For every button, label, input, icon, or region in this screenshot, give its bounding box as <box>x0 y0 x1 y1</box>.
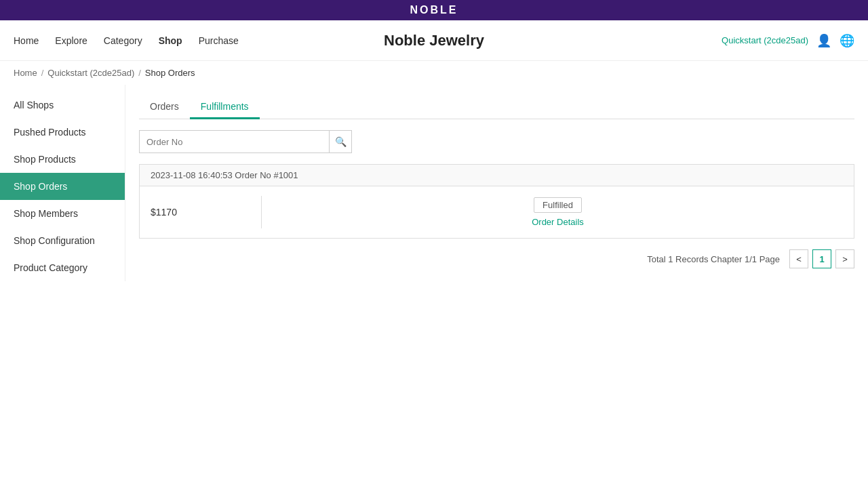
globe-icon[interactable]: 🌐 <box>840 33 854 48</box>
order-details-link[interactable]: Order Details <box>532 217 584 227</box>
order-header: 2023-11-08 16:40:53 Order No #1001 <box>140 165 854 186</box>
sidebar-item-shop-configuration[interactable]: Shop Configuration <box>0 227 125 254</box>
nav-purchase[interactable]: Purchase <box>199 35 239 46</box>
main-content: Orders Fulfillments 🔍 2023-11-08 16:40:5… <box>125 85 868 281</box>
page-title: Noble Jewelry <box>384 32 484 49</box>
sidebar-item-shop-products[interactable]: Shop Products <box>0 146 125 173</box>
nav-links: Home Explore Category Shop Purchase <box>14 35 239 46</box>
breadcrumb-current: Shop Orders <box>145 68 195 78</box>
search-input[interactable] <box>139 130 329 153</box>
user-icon[interactable]: 👤 <box>816 33 831 48</box>
pagination-next[interactable]: > <box>835 249 854 268</box>
breadcrumb-sep-1: / <box>41 68 44 78</box>
pagination-prev[interactable]: < <box>789 249 808 268</box>
tab-fulfillments[interactable]: Fulfillments <box>190 96 260 119</box>
nav-right: Quickstart (2cde25ad) 👤 🌐 <box>722 33 854 48</box>
search-row: 🔍 <box>139 130 854 153</box>
sidebar: All Shops Pushed Products Shop Products … <box>0 85 125 281</box>
order-card: 2023-11-08 16:40:53 Order No #1001 $1170… <box>139 164 854 239</box>
tabs: Orders Fulfillments <box>139 96 854 119</box>
breadcrumb: Home / Quickstart (2cde25ad) / Shop Orde… <box>0 61 868 85</box>
order-amount: $1170 <box>140 196 262 228</box>
order-status-area: Fulfilled Order Details <box>262 186 854 238</box>
quickstart-link[interactable]: Quickstart (2cde25ad) <box>722 35 808 45</box>
sidebar-item-shop-orders[interactable]: Shop Orders <box>0 173 125 200</box>
order-body: $1170 Fulfilled Order Details <box>140 186 854 238</box>
breadcrumb-quickstart[interactable]: Quickstart (2cde25ad) <box>47 68 134 78</box>
sidebar-item-shop-members[interactable]: Shop Members <box>0 200 125 227</box>
nav-bar: Home Explore Category Shop Purchase Nobl… <box>0 20 868 61</box>
search-button[interactable]: 🔍 <box>329 130 352 153</box>
sidebar-item-pushed-products[interactable]: Pushed Products <box>0 119 125 146</box>
tab-orders[interactable]: Orders <box>139 96 190 119</box>
sidebar-item-all-shops[interactable]: All Shops <box>0 92 125 119</box>
top-bar: NOBLE <box>0 0 868 20</box>
nav-category[interactable]: Category <box>104 35 142 46</box>
sidebar-item-product-category[interactable]: Product Category <box>0 254 125 281</box>
pagination-current[interactable]: 1 <box>812 249 831 268</box>
breadcrumb-home[interactable]: Home <box>14 68 37 78</box>
breadcrumb-sep-2: / <box>138 68 141 78</box>
status-badge: Fulfilled <box>534 197 582 213</box>
nav-shop[interactable]: Shop <box>159 35 182 46</box>
logo: NOBLE <box>410 4 458 16</box>
pagination-row: Total 1 Records Chapter 1/1 Page < 1 > <box>139 249 854 268</box>
nav-home[interactable]: Home <box>14 35 39 46</box>
layout: All Shops Pushed Products Shop Products … <box>0 85 868 281</box>
nav-explore[interactable]: Explore <box>55 35 87 46</box>
pagination-info: Total 1 Records Chapter 1/1 Page <box>647 254 780 264</box>
